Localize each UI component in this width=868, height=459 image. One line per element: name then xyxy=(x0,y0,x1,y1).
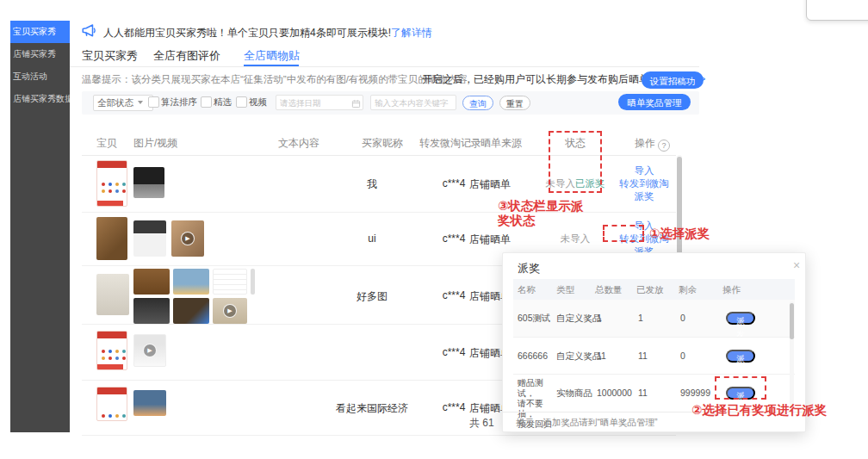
media-thumbnail[interactable] xyxy=(133,269,170,295)
close-icon[interactable]: × xyxy=(793,258,800,272)
product-image[interactable] xyxy=(96,217,127,260)
modal-scrollbar-thumb[interactable] xyxy=(790,303,794,339)
play-icon: ▶ xyxy=(223,304,237,318)
media-thumbnail[interactable] xyxy=(133,220,166,257)
status-select-value: 全部状态 xyxy=(97,97,133,108)
buyer-show-admin-page: 宝贝买家秀 店铺买家秀 互动活动 店铺买家秀数据 人人都能用宝贝买家秀啦！单个宝… xyxy=(0,0,868,459)
modal-col-type: 类型 xyxy=(556,284,574,296)
media-thumbnail-video[interactable]: ▶ xyxy=(133,334,166,367)
help-question-icon[interactable]: ? xyxy=(658,140,670,152)
sidebar-item-buyer-show-data[interactable]: 店铺买家秀数据 xyxy=(10,88,70,110)
prize-issued: 1 xyxy=(638,313,643,323)
source-cell: 店铺晒单 xyxy=(469,177,521,192)
col-header-media: 图片/视频 xyxy=(133,136,177,151)
prize-remain: 0 xyxy=(680,313,685,323)
dispatch-button[interactable]: 派发 xyxy=(726,312,755,325)
annotation-step1: ①选择派奖 xyxy=(649,226,710,241)
col-header-action: 操作? xyxy=(635,136,670,152)
calendar-icon[interactable] xyxy=(351,96,361,112)
sidebar-item-product-buyer-show[interactable]: 宝贝买家秀 xyxy=(10,21,70,43)
tab-shop-photo-reviews[interactable]: 全店有图评价 xyxy=(153,48,220,64)
media-thumbnail[interactable] xyxy=(133,298,170,324)
prize-name: 666666 xyxy=(518,350,548,361)
tab-shop-show-posts[interactable]: 全店晒物贴 xyxy=(244,48,300,64)
modal-table-row: 666666 自定义奖品 11 11 0 派发 xyxy=(513,337,795,375)
modal-col-action: 操作 xyxy=(722,284,741,296)
product-image[interactable] xyxy=(96,387,127,421)
checkbox-algorithm-sort[interactable] xyxy=(148,96,159,108)
col-header-text: 文本内容 xyxy=(278,136,319,151)
prize-issued: 11 xyxy=(638,350,648,361)
prize-remain: 999999 xyxy=(680,388,710,398)
checkbox-algorithm-sort-label: 算法排序 xyxy=(161,96,197,109)
prize-type: 自定义奖品 xyxy=(556,313,602,325)
announcement-text: 人人都能用宝贝买家秀啦！单个宝贝只要加精4条即可展示模块! xyxy=(103,27,391,39)
col-header-action-label: 操作 xyxy=(635,137,655,149)
notice-tip: 温馨提示：该分类只展现买家在本店“征集活动”中发布的有图/有视频的带宝贝的晒物内… xyxy=(82,73,468,86)
product-image[interactable] xyxy=(96,274,129,315)
text-content-cell: 好多图 xyxy=(325,289,419,304)
play-icon: ▶ xyxy=(143,344,157,357)
modal-title: 派奖 xyxy=(518,261,540,276)
prize-type: 自定义奖品 xyxy=(556,350,602,363)
col-header-buyer: 买家昵称 xyxy=(362,136,403,151)
reset-button[interactable]: 重置 xyxy=(499,96,530,110)
annotation-step2: ②选择已有奖项进行派奖 xyxy=(691,403,855,418)
checkbox-featured[interactable] xyxy=(201,96,212,108)
checkbox-video-label: 视频 xyxy=(249,96,267,109)
checkbox-video[interactable] xyxy=(236,96,247,108)
media-thumbnail[interactable] xyxy=(133,390,166,416)
modal-col-name: 名称 xyxy=(518,284,536,296)
annotation-step3: ③状态栏显示派奖状态 xyxy=(498,199,594,228)
date-input[interactable] xyxy=(276,95,363,110)
dispatch-prize-link[interactable]: 派奖 xyxy=(613,190,675,203)
prize-management-button[interactable]: 晒单奖品管理 xyxy=(618,94,691,110)
keyword-input[interactable] xyxy=(370,95,456,110)
prize-total: 1000000 xyxy=(597,388,632,398)
status-select[interactable]: 全部状态 xyxy=(93,95,153,111)
prize-name: 605测试 xyxy=(518,313,551,325)
operations-cell: 导入 转发到微淘 派奖 xyxy=(613,164,675,203)
tabs-divider xyxy=(70,66,699,67)
media-thumbnail[interactable] xyxy=(133,167,164,198)
setup-solicitation-button[interactable]: 设置招稿功能 xyxy=(642,71,704,89)
text-content-cell: 看起来国际经济 xyxy=(325,401,419,416)
sidebar-item-shop-buyer-show[interactable]: 店铺买家秀 xyxy=(10,43,70,65)
dispatch-link-highlight-box xyxy=(603,225,644,242)
tab-product-buyer-show[interactable]: 宝贝买家秀 xyxy=(82,48,138,64)
search-button[interactable]: 查询 xyxy=(462,96,493,110)
modal-col-total: 总数量 xyxy=(595,284,623,296)
sidebar: 宝贝买家秀 店铺买家秀 互动活动 店铺买家秀数据 xyxy=(10,21,70,432)
status-highlight-box xyxy=(549,131,602,193)
announcement-bar: 人人都能用宝贝买家秀啦！单个宝贝只要加精4条即可展示模块!了解详情 xyxy=(103,26,432,40)
sidebar-item-interactive-activity[interactable]: 互动活动 xyxy=(10,65,70,88)
dispatch-button[interactable]: 派发 xyxy=(726,350,755,363)
modal-table-header: 名称 类型 总数量 已发放 剩余 操作 xyxy=(513,279,795,300)
announcement-detail-link[interactable]: 了解详情 xyxy=(391,27,432,39)
prize-total: 1 xyxy=(597,313,602,323)
dispatch-button-highlight-box xyxy=(715,376,766,400)
status-cell: 未导入 xyxy=(542,233,608,245)
modal-footer-tip: 提示：添加奖品请到“晒单奖品管理” xyxy=(516,417,658,429)
product-image[interactable] xyxy=(96,160,127,207)
product-image[interactable] xyxy=(96,331,127,370)
prize-issued: 11 xyxy=(638,388,648,398)
forward-weitao-link[interactable]: 转发到微淘 xyxy=(613,177,675,190)
col-header-source: 晒单来源 xyxy=(480,136,522,151)
text-content-cell: 我 xyxy=(325,177,419,192)
media-thumbnail[interactable] xyxy=(251,269,255,295)
media-thumbnail-video[interactable]: ▶ xyxy=(213,298,247,324)
prize-remain: 0 xyxy=(680,350,685,361)
col-header-weitao: 转发微淘记录 xyxy=(419,136,481,151)
import-link[interactable]: 导入 xyxy=(613,164,675,177)
media-thumbnail[interactable] xyxy=(173,269,209,295)
modal-table-row: 605测试 自定义奖品 1 1 0 派发 xyxy=(513,300,795,337)
megaphone-icon xyxy=(81,22,96,38)
corner-popup-fragment xyxy=(806,0,868,21)
checkbox-featured-label: 精选 xyxy=(214,96,232,109)
media-thumbnail[interactable] xyxy=(213,269,247,295)
media-thumbnail[interactable] xyxy=(173,298,209,324)
chevron-down-icon xyxy=(138,101,143,104)
modal-col-issued: 已发放 xyxy=(636,284,664,296)
media-thumbnail-video[interactable]: ▶ xyxy=(171,220,204,257)
